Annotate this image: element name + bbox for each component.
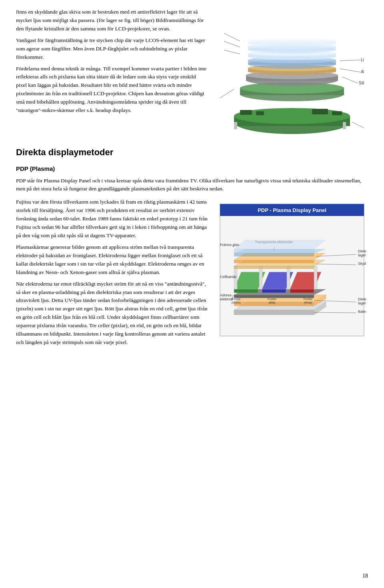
svg-text:PDP - Plasma Display Panel: PDP - Plasma Display Panel — [258, 207, 326, 213]
svg-text:Dielektriskt: Dielektriskt — [358, 249, 366, 253]
top-text: finns en skyddande glas skiva som är bes… — [16, 8, 208, 136]
pdp-diagram: PDP - Plasma Display Panel Bakre glas Di… — [218, 202, 366, 338]
svg-point-43 — [248, 38, 336, 43]
bottom-image: PDP - Plasma Display Panel Bakre glas Di… — [216, 198, 368, 350]
svg-rect-7 — [234, 122, 237, 129]
svg-text:(Blå): (Blå) — [269, 301, 276, 304]
svg-text:lager: lager — [358, 301, 366, 305]
svg-marker-97 — [234, 249, 314, 253]
svg-text:Adress-: Adress- — [220, 293, 232, 297]
svg-text:(Grön): (Grön) — [231, 301, 240, 304]
svg-rect-4 — [256, 111, 264, 115]
svg-rect-8 — [343, 122, 346, 129]
svg-text:Silicon: Silicon — [359, 81, 364, 85]
svg-rect-6 — [332, 111, 342, 115]
page-number: 18 — [362, 572, 368, 580]
pdp-p4: När elektroderna tar emot tillräckligt m… — [16, 280, 208, 347]
svg-text:(Röd): (Röd) — [304, 301, 312, 304]
bottom-section: Fujitsu var den första tillverkaren som … — [16, 198, 368, 350]
svg-text:Fosfor: Fosfor — [232, 297, 241, 301]
svg-rect-5 — [312, 109, 328, 114]
svg-text:Bakre glas: Bakre glas — [358, 310, 366, 314]
svg-marker-70 — [290, 289, 314, 293]
svg-text:Alignment Layer: Alignment Layer — [361, 70, 364, 74]
svg-rect-80 — [314, 266, 317, 289]
svg-rect-79 — [287, 266, 290, 289]
svg-line-9 — [352, 122, 364, 130]
svg-line-29 — [340, 60, 360, 61]
pdp-p3: Plasmaskärmar genererar bilder genom att… — [16, 243, 208, 277]
lcos-diagram: Mount Interface Board Silicon — [220, 8, 364, 136]
pdp-p1: PDP står för Plasma Display Panel och i … — [16, 177, 368, 194]
svg-text:Dielektriskt: Dielektriskt — [358, 297, 366, 301]
svg-line-39 — [224, 41, 240, 47]
svg-line-44 — [224, 33, 240, 41]
svg-rect-3 — [240, 110, 252, 115]
svg-text:Fosfor: Fosfor — [304, 297, 313, 301]
heading-direct: Direkta displaymetoder — [16, 146, 368, 159]
svg-text:Fosfor: Fosfor — [268, 297, 277, 301]
intro-p2: Vanligast för färgframställning är tre s… — [16, 36, 208, 62]
top-section: finns en skyddande glas skiva som är bes… — [16, 8, 368, 136]
svg-marker-84 — [234, 266, 314, 269]
intro-p1: finns en skyddande glas skiva som är bes… — [16, 8, 208, 33]
intro-p3: Fördelarna med denna teknik är många. Ti… — [16, 65, 208, 115]
bottom-text: Fujitsu var den första tillverkaren som … — [16, 198, 208, 350]
svg-marker-50 — [234, 310, 314, 315]
svg-marker-96 — [234, 240, 325, 249]
svg-text:Cellbarriär: Cellbarriär — [220, 275, 237, 279]
pdp-p2: Fujitsu var den första tillverkaren som … — [16, 198, 208, 240]
svg-marker-68 — [262, 289, 286, 293]
svg-text:Skyddslager: Skyddslager — [358, 262, 366, 266]
heading-section: Direkta displaymetoder PDP (Plasma) PDP … — [16, 146, 368, 193]
svg-marker-66 — [234, 289, 258, 293]
svg-text:Främre glas: Främre glas — [220, 243, 240, 247]
svg-rect-78 — [259, 266, 262, 289]
svg-text:lager: lager — [358, 253, 366, 257]
svg-line-19 — [342, 77, 358, 83]
svg-marker-88 — [234, 260, 314, 263]
pdp-heading: PDP (Plasma) — [16, 164, 368, 174]
svg-marker-93 — [234, 253, 314, 256]
svg-text:Liquid Crystal: Liquid Crystal — [361, 58, 364, 62]
svg-text:elektrod: elektrod — [220, 297, 233, 301]
svg-line-24 — [340, 69, 360, 72]
svg-rect-46 — [220, 204, 364, 336]
svg-line-34 — [224, 50, 240, 54]
svg-line-14 — [220, 89, 234, 98]
top-image: Mount Interface Board Silicon — [216, 8, 368, 136]
